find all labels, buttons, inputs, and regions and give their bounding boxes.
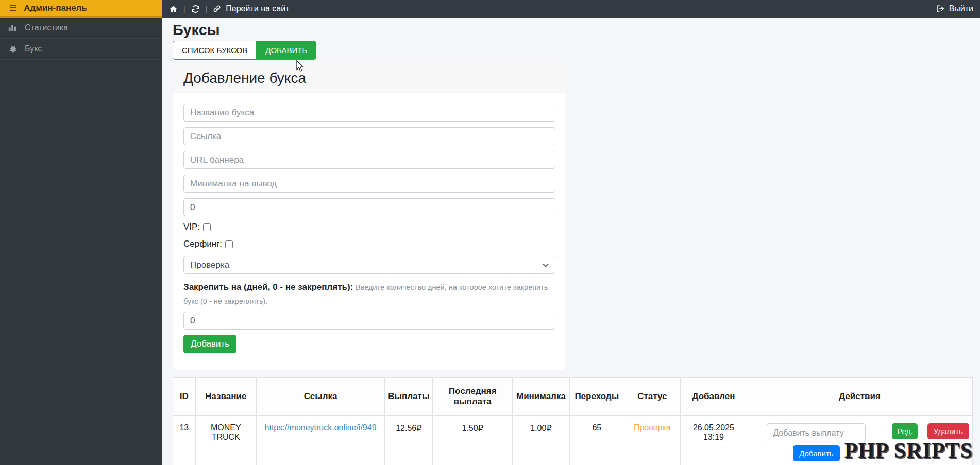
main-content: Буксы СПИСОК БУКСОВ ДОБАВИТЬ Добавление …	[162, 18, 980, 465]
pin-days-hint-line2: букс (0 - не закреплять).	[183, 295, 554, 308]
col-payouts: Выплаты	[385, 378, 433, 416]
surfing-row: Серфинг:	[183, 239, 554, 249]
sidebar-item-label: Букс	[25, 44, 42, 54]
tab-buks-list[interactable]: СПИСОК БУКСОВ	[173, 41, 256, 60]
col-min: Минималка	[512, 378, 569, 416]
banner-url-input[interactable]	[183, 151, 555, 169]
cell-min: 1.00₽	[512, 416, 569, 465]
ref-percent-input[interactable]	[183, 198, 555, 216]
refresh-icon[interactable]	[191, 5, 200, 13]
go-to-site-label: Перейти на сайт	[226, 4, 289, 13]
status-select-value: Проверка	[190, 260, 229, 270]
surfing-checkbox[interactable]	[225, 240, 233, 248]
status-select[interactable]: Проверка	[183, 256, 555, 274]
surfing-label: Серфинг:	[183, 239, 222, 249]
vip-row: VIP:	[183, 222, 554, 232]
col-added: Добавлен	[680, 378, 747, 416]
min-withdraw-input[interactable]	[183, 175, 555, 193]
bug-icon	[8, 45, 18, 53]
sidebar: Статистика Букс	[0, 18, 162, 465]
watermark: PHP SRIPTS	[844, 438, 973, 463]
logout-button[interactable]: Выйти	[936, 4, 973, 13]
pin-days-label-row: Закрепить на (дней, 0 - не закреплять): …	[183, 280, 554, 295]
cell-name: MONEY TRUCK	[195, 416, 256, 465]
brand-header[interactable]: ☰ Админ-панель	[0, 0, 162, 18]
col-status: Статус	[624, 378, 680, 416]
vip-label: VIP:	[183, 222, 200, 232]
col-actions: Действия	[747, 378, 972, 416]
form-submit-button[interactable]: Добавить	[183, 335, 236, 353]
pin-days-hint: Введите количество дней, на которое хоти…	[356, 283, 548, 291]
cell-id: 13	[173, 416, 196, 465]
go-to-site-link[interactable]: Перейти на сайт	[213, 4, 289, 13]
nav-separator: |	[183, 5, 185, 13]
nav-separator: |	[206, 5, 208, 13]
home-icon[interactable]	[169, 5, 178, 13]
bar-chart-icon	[8, 24, 18, 32]
chevron-down-icon	[543, 263, 549, 267]
brand-title: Админ-панель	[24, 3, 87, 13]
cell-added: 26.05.2025 13:19	[680, 416, 747, 465]
vip-checkbox[interactable]	[203, 223, 211, 231]
tab-group: СПИСОК БУКСОВ ДОБАВИТЬ	[173, 41, 316, 60]
add-buks-form: VIP: Серфинг: Проверка Закрепить на (дне…	[173, 93, 565, 370]
col-last-payout: Последняя выплата	[433, 378, 513, 416]
sidebar-item-label: Статистика	[25, 23, 68, 32]
mouse-cursor	[295, 60, 306, 75]
logout-label: Выйти	[949, 4, 973, 13]
top-navbar: | | Перейти на сайт	[162, 0, 980, 18]
col-link: Ссылка	[256, 378, 384, 416]
cell-last-payout: 1.50₽	[433, 416, 513, 465]
add-buks-card: Добавление букса VIP: Серфинг: Проверка	[173, 63, 565, 370]
cell-link[interactable]: https://moneytruck.online/i/949	[256, 416, 384, 465]
sidebar-item-statistics[interactable]: Статистика	[0, 18, 162, 39]
col-id: ID	[173, 378, 196, 416]
edit-button[interactable]: Ред.	[892, 423, 918, 439]
col-transitions: Переходы	[569, 378, 624, 416]
tab-add[interactable]: ДОБАВИТЬ	[256, 41, 316, 60]
col-name: Название	[195, 378, 256, 416]
logout-icon	[936, 5, 945, 13]
pin-days-label: Закрепить на (дней, 0 - не закреплять):	[183, 282, 353, 292]
add-payout-button[interactable]: Добавить	[793, 445, 839, 461]
sidebar-item-buks[interactable]: Букс	[0, 39, 162, 60]
buks-name-input[interactable]	[183, 104, 555, 122]
page-title: Буксы	[173, 21, 980, 39]
top-bar: ☰ Админ-панель | | Перейти на сайт	[0, 0, 980, 18]
table-header-row: ID Название Ссылка Выплаты Последняя вып…	[173, 378, 973, 416]
buks-link-input[interactable]	[183, 127, 555, 145]
cell-payouts: 12.56₽	[385, 416, 433, 465]
delete-button[interactable]: Удалить	[927, 423, 969, 439]
pin-days-input[interactable]	[183, 312, 555, 330]
link-icon	[213, 5, 222, 13]
card-title: Добавление букса	[173, 63, 565, 93]
cell-transitions: 65	[569, 416, 624, 465]
status-badge: Проверка	[624, 416, 680, 465]
hamburger-icon[interactable]: ☰	[9, 4, 17, 13]
